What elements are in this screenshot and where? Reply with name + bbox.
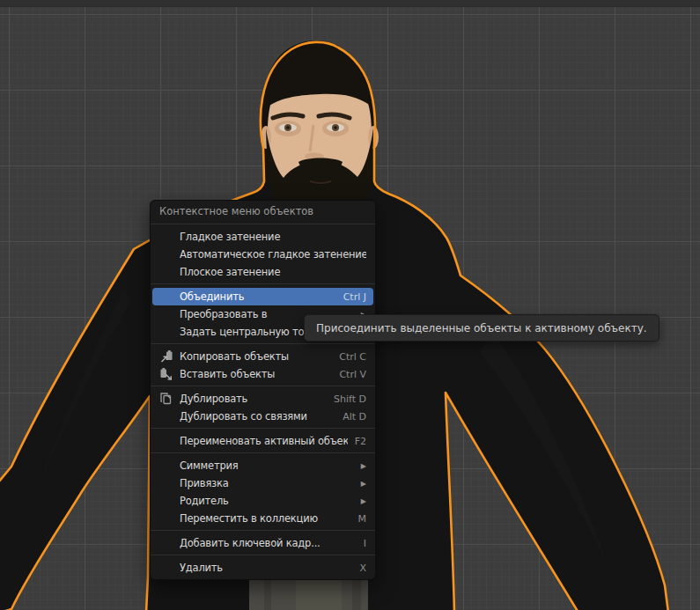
menu-item-insert-keyframe[interactable]: Добавить ключевой кадр... I bbox=[152, 534, 373, 552]
menu-separator bbox=[151, 386, 375, 386]
menu-item-join[interactable]: Объединить Ctrl J bbox=[152, 288, 373, 305]
submenu-arrow-icon: ▶ bbox=[361, 462, 366, 470]
menu-item-shade-auto-smooth[interactable]: Автоматическое гладкое затенение bbox=[152, 246, 373, 263]
menu-item-delete[interactable]: Удалить X bbox=[152, 559, 373, 577]
menu-separator bbox=[151, 224, 375, 224]
eye-left bbox=[279, 123, 297, 131]
menu-item-duplicate[interactable]: Дублировать Shift D bbox=[152, 390, 373, 408]
submenu-arrow-icon: ▶ bbox=[361, 497, 366, 505]
blender-3d-viewport[interactable]: Контекстное меню объектов Гладкое затене… bbox=[0, 0, 700, 610]
menu-item-shade-flat[interactable]: Плоское затенение bbox=[152, 263, 373, 281]
menu-item-copy-objects[interactable]: Копировать объекты Ctrl C bbox=[152, 348, 373, 365]
tooltip-text: Присоединить выделенные объекты к активн… bbox=[316, 322, 647, 334]
menu-item-snap[interactable]: Привязка ▶ bbox=[152, 474, 373, 492]
submenu-arrow-icon: ▶ bbox=[361, 480, 366, 488]
menu-item-move-to-collection[interactable]: Переместить в коллекцию M bbox=[152, 510, 373, 527]
duplicate-icon bbox=[159, 392, 173, 406]
menu-item-duplicate-linked[interactable]: Дублировать со связями Alt D bbox=[152, 408, 373, 425]
menu-item-paste-objects[interactable]: Вставить объекты Ctrl V bbox=[152, 365, 373, 383]
menu-separator bbox=[151, 343, 375, 344]
menu-separator bbox=[151, 428, 375, 429]
copy-icon bbox=[159, 349, 173, 364]
menu-item-mirror[interactable]: Симметрия ▶ bbox=[152, 457, 373, 474]
context-menu-title: Контекстное меню объектов bbox=[151, 201, 375, 221]
menu-separator bbox=[151, 283, 375, 284]
menu-item-parent[interactable]: Родитель ▶ bbox=[152, 492, 373, 510]
object-context-menu: Контекстное меню объектов Гладкое затене… bbox=[150, 200, 376, 580]
menu-separator bbox=[151, 555, 375, 555]
menu-separator bbox=[151, 530, 375, 531]
eye-right bbox=[327, 123, 344, 131]
menu-separator bbox=[151, 452, 375, 453]
paste-icon bbox=[159, 367, 173, 381]
menu-item-rename-active[interactable]: Переименовать активный объект... F2 bbox=[152, 432, 373, 450]
join-tooltip: Присоединить выделенные объекты к активн… bbox=[304, 314, 659, 342]
menu-item-shade-smooth[interactable]: Гладкое затенение bbox=[152, 228, 373, 246]
